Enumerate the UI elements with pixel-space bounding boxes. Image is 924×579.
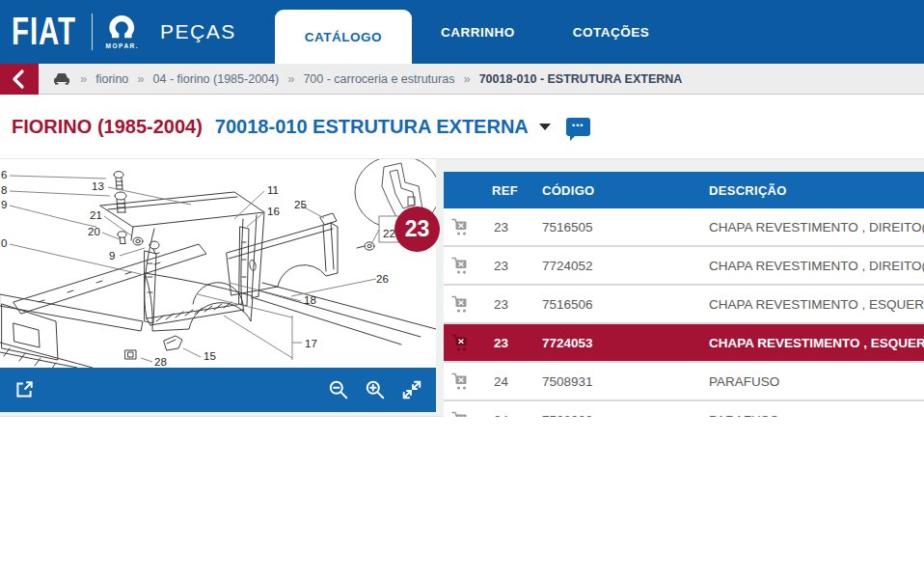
cell-codigo: 7508931: [542, 374, 709, 389]
crumb-model[interactable]: 04 - fiorino (1985-2004): [153, 72, 280, 86]
crumb-fiorino[interactable]: fiorino: [95, 72, 128, 86]
chevron-down-icon: [539, 124, 551, 130]
cell-codigo: 7508932: [542, 413, 709, 418]
tab-catalogo[interactable]: CATÁLOGO: [275, 10, 412, 64]
callout-label: 25: [294, 199, 307, 210]
brand-area: FIAT MOPAR.: [0, 0, 160, 64]
callout-label: 20: [88, 226, 100, 237]
cell-descricao: CHAPA REVESTIMENTO , DIREITO(A): [709, 259, 924, 273]
mopar-logo: MOPAR.: [106, 14, 140, 49]
table-row[interactable]: 24 7508932 PARAFUSO: [444, 401, 924, 417]
table-row[interactable]: 24 7508931 PARAFUSO: [444, 363, 924, 401]
content-area: 6 8 9 0 13 21 20 9 11 16 25 22 26 18 17 …: [0, 159, 924, 417]
back-button[interactable]: [0, 64, 39, 95]
table-row[interactable]: 23 7724052 CHAPA REVESTIMENTO , DIREITO(…: [444, 247, 924, 286]
add-to-cart-button[interactable]: [444, 295, 494, 314]
crumb-separator: »: [287, 71, 294, 86]
open-in-new-icon[interactable]: [13, 378, 36, 401]
cart-remove-icon: [451, 372, 470, 391]
diagram-canvas[interactable]: 6 8 9 0 13 21 20 9 11 16 25 22 26 18 17 …: [0, 159, 436, 368]
cart-remove-icon: [451, 218, 470, 236]
title-bar: FIORINO (1985-2004) 70018-010 ESTRUTURA …: [0, 95, 924, 159]
fit-screen-icon[interactable]: [400, 378, 423, 401]
zoom-in-icon[interactable]: [364, 378, 387, 401]
callout-label: 17: [305, 338, 317, 349]
add-to-cart-button[interactable]: [444, 411, 494, 418]
callout-label: 0: [1, 237, 7, 249]
cell-ref: 24: [494, 374, 542, 389]
callout-label: 22: [383, 228, 395, 239]
nav-tabs: CATÁLOGO CARRINHO COTAÇÕES: [275, 0, 679, 64]
crumb-current: 70018-010 - ESTRUTURA EXTERNA: [479, 72, 683, 86]
cell-ref: 23: [494, 220, 542, 234]
exploded-diagram: 6 8 9 0 13 21 20 9 11 16 25 22 26 18 17 …: [0, 159, 436, 368]
cell-ref: 23: [494, 259, 542, 273]
callout-label: 26: [376, 273, 389, 285]
add-to-cart-button[interactable]: [444, 372, 494, 391]
diagram-viewer: 6 8 9 0 13 21 20 9 11 16 25 22 26 18 17 …: [0, 159, 436, 412]
parts-table-header: REF CÓDIGO DESCRIÇÃO: [444, 172, 924, 208]
table-row[interactable]: 23 7516506 CHAPA REVESTIMENTO , ESQUERD.…: [444, 286, 924, 324]
cell-codigo: 7724053: [542, 336, 709, 350]
crumb-separator: »: [80, 71, 87, 86]
breadcrumb: » fiorino » 04 - fiorino (1985-2004) » 7…: [39, 71, 682, 86]
cell-descricao: CHAPA REVESTIMENTO , ESQUERD...: [709, 336, 924, 350]
page-bottom-space: [0, 417, 924, 579]
selected-ref-badge[interactable]: 23: [394, 207, 440, 252]
back-chevron-icon: [10, 69, 29, 90]
cell-codigo: 7516506: [542, 297, 709, 312]
cell-descricao: PARAFUSO: [709, 413, 924, 418]
col-ref: REF: [492, 183, 542, 198]
cart-remove-icon: [451, 334, 470, 352]
callout-label: 9: [109, 250, 115, 262]
table-row[interactable]: 23 7724053 CHAPA REVESTIMENTO , ESQUERD.…: [444, 324, 924, 363]
cell-ref: 23: [494, 336, 542, 350]
cell-ref: 23: [494, 297, 542, 312]
comment-button[interactable]: •••: [566, 118, 590, 136]
crumb-group[interactable]: 700 - carroceria e estruturas: [303, 72, 454, 86]
callout-label: 28: [154, 356, 167, 368]
zoom-out-icon[interactable]: [327, 378, 350, 401]
add-to-cart-button[interactable]: [444, 334, 494, 352]
callout-label: 18: [304, 294, 316, 306]
add-to-cart-button[interactable]: [444, 257, 494, 275]
cell-codigo: 7724052: [542, 259, 709, 273]
cart-remove-icon: [451, 257, 470, 275]
crumb-separator: »: [137, 71, 144, 86]
cell-ref: 24: [494, 413, 542, 418]
app-title: PEÇAS: [160, 20, 236, 43]
cell-descricao: PARAFUSO: [709, 374, 924, 389]
brand-divider: [92, 14, 93, 50]
mopar-wordmark: MOPAR.: [106, 42, 140, 49]
cell-descricao: CHAPA REVESTIMENTO , DIREITO(A): [709, 220, 924, 234]
parts-table: REF CÓDIGO DESCRIÇÃO 23 7516505 CHAPA RE…: [444, 172, 924, 417]
cart-remove-icon: [451, 295, 470, 314]
comment-dots-icon: •••: [572, 122, 584, 130]
section-select[interactable]: 70018-010 ESTRUTURA EXTERNA: [215, 116, 551, 138]
diagram-callout-labels: 6 8 9 0 13 21 20 9 11 16 25 22 26 18 17 …: [1, 169, 395, 368]
callout-label: 21: [90, 209, 102, 221]
viewer-toolbar: [0, 368, 436, 412]
top-nav: FIAT MOPAR. PEÇAS CATÁLOGO CARRINHO COTA…: [0, 0, 924, 64]
tab-cotacoes[interactable]: COTAÇÕES: [544, 0, 679, 64]
parts-table-body: 23 7516505 CHAPA REVESTIMENTO , DIREITO(…: [444, 208, 924, 417]
add-to-cart-button[interactable]: [444, 218, 494, 236]
mopar-omega-icon: [108, 14, 137, 41]
section-title: 70018-010 ESTRUTURA EXTERNA: [215, 116, 529, 138]
callout-label: 15: [204, 350, 216, 362]
col-descricao: DESCRIÇÃO: [709, 183, 924, 198]
callout-label: 13: [92, 180, 104, 192]
car-icon: [52, 72, 71, 85]
tab-carrinho[interactable]: CARRINHO: [412, 0, 544, 64]
callout-label: 9: [1, 199, 7, 210]
model-title: FIORINO (1985-2004): [12, 116, 203, 138]
callout-label: 8: [1, 184, 7, 196]
col-codigo: CÓDIGO: [542, 183, 709, 198]
breadcrumb-bar: » fiorino » 04 - fiorino (1985-2004) » 7…: [0, 64, 924, 95]
table-row[interactable]: 23 7516505 CHAPA REVESTIMENTO , DIREITO(…: [444, 208, 924, 247]
callout-label: 6: [1, 169, 7, 180]
crumb-separator: »: [463, 71, 470, 86]
cart-remove-icon: [451, 411, 470, 418]
cell-codigo: 7516505: [542, 220, 709, 234]
cell-descricao: CHAPA REVESTIMENTO , ESQUERD...: [709, 297, 924, 312]
